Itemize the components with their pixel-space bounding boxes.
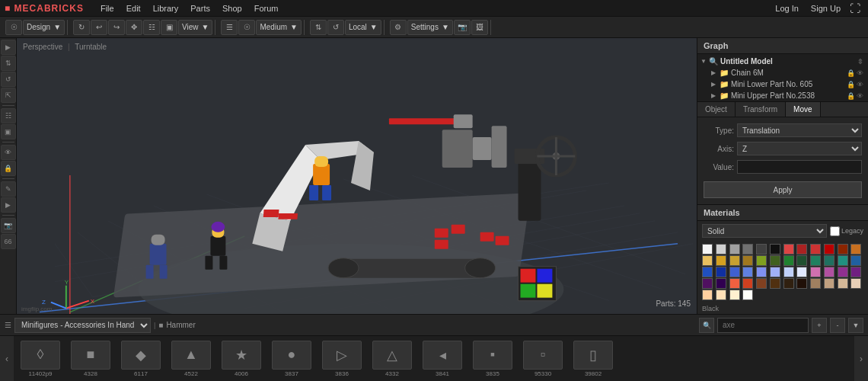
color-swatch-38[interactable] [729, 278, 740, 289]
tree-item-2[interactable]: ▶ 📁 Mini Upper Part No.2538 🔒 👁 [699, 90, 866, 101]
pivot-btn[interactable]: ☉ [238, 20, 255, 35]
remove-part-button[interactable]: - [830, 318, 845, 333]
fullscreen-button[interactable]: ⛶ [847, 2, 863, 14]
color-swatch-35[interactable] [850, 267, 861, 277]
color-swatch-32[interactable] [810, 267, 821, 277]
sidebar-pivot-icon[interactable]: ▶ [1, 197, 16, 213]
tree-lock-icon-2[interactable]: 🔒 [847, 92, 855, 100]
color-swatch-44[interactable] [810, 278, 821, 289]
login-button[interactable]: Log In [769, 4, 805, 13]
sidebar-rotate-icon[interactable]: ↺ [1, 72, 16, 87]
type-select[interactable]: Translation Rotation Scale [737, 123, 862, 137]
color-swatch-50[interactable] [729, 290, 740, 300]
apply-button[interactable]: Apply [704, 181, 862, 198]
menu-forum[interactable]: Forum [248, 0, 285, 17]
orbit-btn[interactable]: ↻ [73, 20, 90, 35]
tab-transform[interactable]: Transform [736, 102, 786, 117]
color-swatch-5[interactable] [770, 244, 780, 255]
part-item-5[interactable]: ●3837 [268, 339, 315, 379]
menu-file[interactable]: File [94, 0, 120, 17]
pan-btn[interactable]: ✥ [126, 20, 142, 35]
color-swatch-31[interactable] [796, 267, 807, 277]
color-swatch-42[interactable] [783, 278, 794, 289]
color-swatch-27[interactable] [742, 267, 753, 277]
color-swatch-4[interactable] [756, 244, 767, 255]
sidebar-move-icon[interactable]: ⇅ [1, 56, 16, 71]
color-swatch-37[interactable] [716, 278, 726, 289]
camera-btn[interactable]: 📷 [454, 20, 471, 35]
tree-item-0[interactable]: ▶ 📁 Chain 6M 🔒 👁 [699, 67, 866, 78]
tree-eye-icon-0[interactable]: 👁 [857, 69, 863, 77]
part-item-11[interactable]: ▯39802 [570, 339, 617, 379]
graph-tab[interactable]: Graph [697, 38, 868, 54]
part-item-9[interactable]: ▪3835 [469, 339, 516, 379]
move-btn[interactable]: ⇅ [310, 20, 327, 35]
mode-dropdown[interactable]: Design▼ [23, 20, 65, 35]
scroll-right-button[interactable]: › [854, 336, 868, 381]
redo-btn[interactable]: ↪ [108, 20, 125, 35]
display-icon[interactable]: ☰ [221, 20, 238, 35]
color-swatch-7[interactable] [796, 244, 807, 255]
color-swatch-28[interactable] [756, 267, 767, 277]
view-dropdown[interactable]: View▼ [178, 20, 212, 35]
tab-object[interactable]: Object [697, 102, 736, 117]
undo-btn[interactable]: ↩ [91, 20, 107, 35]
color-swatch-24[interactable] [702, 267, 713, 277]
color-swatch-25[interactable] [716, 267, 726, 277]
photo-btn[interactable]: 🖼 [471, 20, 488, 35]
menu-shop[interactable]: Shop [216, 0, 248, 17]
menu-parts[interactable]: Parts [184, 0, 216, 17]
color-swatch-43[interactable] [796, 278, 807, 289]
tree-eye-icon-2[interactable]: 👁 [857, 92, 863, 100]
color-swatch-36[interactable] [702, 278, 713, 289]
color-swatch-2[interactable] [729, 244, 740, 255]
material-type-select[interactable]: Solid [702, 224, 827, 238]
legacy-toggle[interactable]: Legacy [830, 226, 863, 236]
search-input[interactable] [717, 318, 809, 333]
value-input[interactable] [737, 160, 862, 174]
color-swatch-6[interactable] [783, 244, 794, 255]
viewport[interactable]: Perspective | Turntable [17, 38, 697, 314]
color-swatch-29[interactable] [770, 267, 780, 277]
part-item-4[interactable]: ★4006 [218, 339, 265, 379]
color-swatch-17[interactable] [770, 255, 780, 266]
snap-btn[interactable]: ▣ [161, 20, 177, 35]
color-swatch-22[interactable] [838, 255, 848, 266]
filter-button[interactable]: ▼ [848, 318, 863, 333]
color-swatch-45[interactable] [824, 278, 834, 289]
sidebar-grid-icon[interactable]: ▣ [1, 124, 16, 139]
mode-icon[interactable]: ☉ [5, 20, 22, 35]
color-swatch-34[interactable] [838, 267, 848, 277]
rotate-btn[interactable]: ↺ [327, 20, 344, 35]
color-swatch-33[interactable] [824, 267, 834, 277]
grid-btn[interactable]: ☷ [143, 20, 160, 35]
color-swatch-13[interactable] [716, 255, 726, 266]
sidebar-hide-icon[interactable]: 👁 [1, 145, 16, 160]
part-item-1[interactable]: ■4328 [67, 339, 114, 379]
part-item-7[interactable]: △4332 [369, 339, 416, 379]
color-swatch-8[interactable] [810, 244, 821, 255]
sidebar-lock-icon[interactable]: 🔒 [1, 161, 16, 176]
axis-select[interactable]: Z X Y [737, 142, 862, 155]
part-item-10[interactable]: ▫95330 [519, 339, 566, 379]
add-part-button[interactable]: + [812, 318, 827, 333]
color-swatch-47[interactable] [850, 278, 861, 289]
settings-icon[interactable]: ⚙ [390, 20, 407, 35]
color-swatch-46[interactable] [838, 278, 848, 289]
tree-item-1[interactable]: ▶ 📁 Mini Lower Part No. 605 🔒 👁 [699, 78, 866, 90]
color-swatch-26[interactable] [729, 267, 740, 277]
sidebar-camera-icon[interactable]: 📷 [1, 218, 16, 233]
color-swatch-49[interactable] [716, 290, 726, 300]
color-swatch-18[interactable] [783, 255, 794, 266]
color-swatch-23[interactable] [850, 255, 861, 266]
color-swatch-48[interactable] [702, 290, 713, 300]
color-swatch-1[interactable] [716, 244, 726, 255]
part-item-0[interactable]: ◊11402p9 [17, 339, 64, 379]
color-swatch-51[interactable] [742, 290, 753, 300]
part-item-8[interactable]: ◂3841 [419, 339, 466, 379]
color-swatch-30[interactable] [783, 267, 794, 277]
sidebar-numpad-icon[interactable]: 66 [1, 234, 16, 249]
color-swatch-0[interactable] [702, 244, 713, 255]
color-swatch-40[interactable] [756, 278, 767, 289]
color-swatch-15[interactable] [742, 255, 753, 266]
